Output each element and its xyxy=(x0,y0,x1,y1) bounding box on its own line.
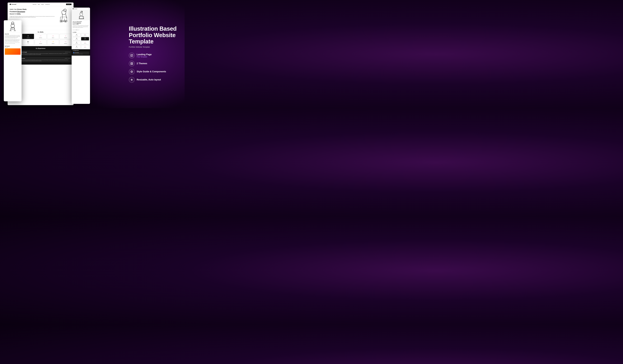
mobile-skill-s2: S Javascript xyxy=(81,45,89,48)
svg-point-13 xyxy=(82,11,82,12)
mobile-project-thumbnail xyxy=(5,48,21,55)
mobile-skill-circle1: ◎ Javascript xyxy=(73,41,81,44)
skill-git-2: ◆ Git xyxy=(22,40,34,45)
palette-icon xyxy=(130,62,133,65)
landing-page-icon-circle xyxy=(129,53,135,58)
mobile-skill-sass: Sass Javascript xyxy=(81,33,89,37)
mobile-skill-ts: TS Javascript xyxy=(81,37,89,40)
mobile-skill-ex: ex Javascript xyxy=(73,33,81,37)
svg-point-14 xyxy=(80,12,83,16)
skill-socketio: ⚡ Socket.Io xyxy=(47,40,59,45)
resize-icon xyxy=(130,78,133,81)
skill-sass: Sass Sass/Scss xyxy=(35,34,46,39)
mobile-right-skills: My Skills ex Javascript Sass Javascript … xyxy=(72,31,90,49)
svg-rect-15 xyxy=(79,16,84,19)
desktop-nav-links: About Me Skills Project Contact Me xyxy=(33,4,50,5)
mobile-mockup-right: Parsonal ≡ Hello I'am Flora sheen.Fronte… xyxy=(72,8,90,104)
layout-icon xyxy=(130,54,133,57)
mobile-right-instagram-icon: ◎ xyxy=(74,29,76,31)
resizable-icon-circle xyxy=(129,77,135,83)
mobile-right-social: f ◎ ▣ t xyxy=(72,29,90,31)
skill-javascript: JS Javascript xyxy=(22,34,34,39)
skill-nestjs: N Nest.Js xyxy=(47,34,59,39)
svg-rect-20 xyxy=(131,62,133,65)
mobile-right-twitter-icon: t xyxy=(78,29,79,31)
svg-rect-2 xyxy=(60,17,67,21)
skill-sass-2: Sass Sass/Scss xyxy=(60,40,71,45)
info-panel: Illustration BasedPortfolio WebsiteTempl… xyxy=(122,0,185,108)
feature-style-guide: Style Guide & Components xyxy=(129,69,178,75)
mobile-right-hero-text: Hello I'am Flora sheen.Frontend Develope… xyxy=(72,20,90,29)
svg-point-25 xyxy=(131,71,132,72)
desktop-resume-btn: Resume ↓ xyxy=(66,3,71,5)
feature-resizable-name: Resizable, Auto layout xyxy=(137,78,161,81)
info-title: Illustration BasedPortfolio WebsiteTempl… xyxy=(129,25,178,45)
desktop-navbar: Personal About Me Skills Project Contact… xyxy=(8,2,73,6)
mobile-right-exp-card: Lead Software As a Senior Software Engin… xyxy=(73,52,89,55)
feature-landing-page-sub: Free Template xyxy=(137,56,152,58)
hamburger-icon: ≡ xyxy=(88,8,89,9)
mobile-left-about: About Me I'm a multifaceted, self-motiva… xyxy=(4,33,22,45)
style-guide-icon-circle xyxy=(129,69,135,75)
desktop-logo: Personal xyxy=(10,4,16,5)
mobile-mockup-left: About Me I'm a multifaceted, self-motiva… xyxy=(4,20,22,101)
mobile-right-navbar: Parsonal ≡ xyxy=(72,8,90,10)
mobile-skill-js: JS Javascript xyxy=(73,37,81,40)
svg-rect-17 xyxy=(131,55,133,57)
feature-landing-page-name: Landing Page xyxy=(137,53,152,56)
mobile-right-experience: My Experience Lead Software As a Senior … xyxy=(72,49,90,56)
mobile-left-top-illustration xyxy=(4,20,22,33)
feature-2-themes: 2 Themes xyxy=(129,61,178,66)
feature-2-themes-name: 2 Themes xyxy=(137,62,147,65)
skill-storybook: S Storybook xyxy=(60,34,71,39)
skill-storybook-2: S Storybook xyxy=(35,40,46,45)
mobile-right-hero-illustration xyxy=(72,10,90,20)
feature-style-guide-name: Style Guide & Components xyxy=(137,70,166,73)
mobile-left-projects: My Projects Get perfect xyxy=(4,45,22,56)
feature-landing-page: Landing Page Free Template xyxy=(129,53,178,58)
themes-icon-circle xyxy=(129,61,135,66)
feature-list: Landing Page Free Template 2 Themes xyxy=(129,53,178,83)
feature-resizable: Resizable, Auto layout xyxy=(129,77,178,83)
info-subtitle: Portfolio Website Template xyxy=(129,46,178,48)
components-icon xyxy=(130,70,133,73)
svg-point-1 xyxy=(62,10,66,15)
mobile-right-facebook-icon: f xyxy=(73,29,74,31)
desktop-hero-illustration xyxy=(56,8,71,24)
mobile-skill-circle2: ◎ Javascript xyxy=(73,45,81,48)
mobile-right-github-icon: ▣ xyxy=(76,29,77,31)
mobile-skill-s1: S Javascript xyxy=(81,41,89,44)
